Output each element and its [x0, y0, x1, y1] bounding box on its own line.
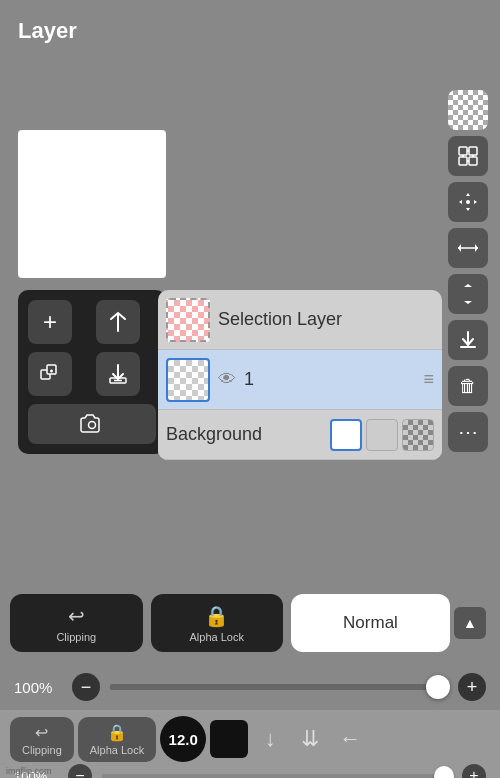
canvas-preview — [18, 130, 166, 278]
layer-row-background[interactable]: Background — [158, 410, 442, 460]
layers-panel: Selection Layer 👁 1 ≡ Background — [158, 290, 442, 460]
sec-clipping-icon: ↩ — [35, 723, 48, 742]
sec-opacity-handle[interactable] — [434, 766, 454, 778]
flip-v-icon[interactable] — [448, 274, 488, 314]
blend-mode-btn[interactable]: Normal — [291, 594, 450, 652]
blend-mode-arrow[interactable]: ▲ — [454, 607, 486, 639]
camera-btn[interactable] — [28, 404, 156, 444]
delete-icon[interactable]: 🗑 — [448, 366, 488, 406]
mini-toolbar: + — [18, 290, 166, 454]
flip-h-icon[interactable] — [448, 228, 488, 268]
svg-rect-3 — [469, 157, 477, 165]
move-icon[interactable] — [448, 182, 488, 222]
double-down-btn[interactable]: ⇊ — [292, 721, 328, 757]
opacity-row: 100% − + — [0, 664, 500, 710]
swatch-gray[interactable] — [366, 419, 398, 451]
svg-point-13 — [89, 422, 96, 429]
bottom-toolbar: ↩ Clipping 🔒 Alpha Lock Normal ▲ — [0, 588, 500, 658]
sec-opacity-minus[interactable]: − — [68, 764, 92, 778]
arrange-icon[interactable] — [448, 136, 488, 176]
sec-opacity-plus[interactable]: + — [462, 764, 486, 778]
clipping-btn[interactable]: ↩ Clipping — [10, 594, 143, 652]
alpha-lock-icon: 🔒 — [204, 604, 229, 628]
back-btn[interactable]: ← — [332, 721, 368, 757]
layer-name-1: 1 — [244, 369, 415, 390]
svg-rect-2 — [459, 157, 467, 165]
right-toolbar: 🗑 ⋯ — [446, 90, 490, 452]
flip-btn[interactable] — [96, 300, 140, 344]
clipping-icon: ↩ — [68, 604, 85, 628]
main-panel: Layer — [0, 0, 500, 778]
layer-name-bg: Background — [166, 424, 322, 445]
layer-row-selection[interactable]: Selection Layer — [158, 290, 442, 350]
download-icon[interactable] — [448, 320, 488, 360]
color-swatch[interactable] — [210, 720, 248, 758]
watermark: imgflip.com — [6, 766, 52, 776]
blend-mode-label: Normal — [343, 613, 398, 633]
layer-thumb-selection — [166, 298, 210, 342]
opacity-handle[interactable] — [426, 675, 450, 699]
sec-clipping-btn[interactable]: ↩ Clipping — [10, 717, 74, 762]
sec-opacity-track[interactable] — [102, 774, 452, 779]
svg-rect-0 — [459, 147, 467, 155]
layer-menu-icon[interactable]: ≡ — [423, 369, 434, 390]
sec-alpha-lock-btn[interactable]: 🔒 Alpha Lock — [78, 717, 156, 762]
layer-visibility-icon[interactable]: 👁 — [218, 369, 236, 390]
opacity-plus-btn[interactable]: + — [458, 673, 486, 701]
add-layer-btn[interactable]: + — [28, 300, 72, 344]
opacity-value: 100% — [14, 679, 62, 696]
sec-clipping-label: Clipping — [22, 744, 62, 756]
alpha-lock-label: Alpha Lock — [190, 631, 244, 643]
sec-toolbar: ↩ Clipping 🔒 Alpha Lock 12.0 ↓ ⇊ ← — [0, 710, 500, 762]
add-group-btn[interactable] — [28, 352, 72, 396]
alpha-lock-btn[interactable]: 🔒 Alpha Lock — [151, 594, 284, 652]
opacity-fill — [110, 684, 431, 690]
sec-alpha-lock-label: Alpha Lock — [90, 744, 144, 756]
checkerboard-icon[interactable] — [448, 90, 488, 130]
panel-title: Layer — [18, 18, 77, 44]
swatch-white[interactable] — [330, 419, 362, 451]
svg-point-4 — [466, 200, 470, 204]
export-btn[interactable] — [96, 352, 140, 396]
brush-size-value: 12.0 — [169, 731, 198, 748]
down-arrow-btn[interactable]: ↓ — [252, 721, 288, 757]
layer-name-selection: Selection Layer — [218, 309, 434, 330]
sec-alpha-lock-icon: 🔒 — [107, 723, 127, 742]
layer-row-1[interactable]: 👁 1 ≡ — [158, 350, 442, 410]
swatch-checker[interactable] — [402, 419, 434, 451]
bg-swatches — [330, 419, 434, 451]
secondary-bottom: ↩ Clipping 🔒 Alpha Lock 12.0 ↓ ⇊ ← 100% … — [0, 710, 500, 778]
more-icon[interactable]: ⋯ — [448, 412, 488, 452]
opacity-minus-btn[interactable]: − — [72, 673, 100, 701]
brush-size-circle[interactable]: 12.0 — [160, 716, 206, 762]
layer-thumb-1 — [166, 358, 210, 402]
opacity-track[interactable] — [110, 684, 448, 690]
sec-opacity-row: 100% − + — [0, 764, 500, 778]
sec-opacity-fill — [102, 774, 435, 779]
svg-rect-1 — [469, 147, 477, 155]
clipping-label: Clipping — [56, 631, 96, 643]
